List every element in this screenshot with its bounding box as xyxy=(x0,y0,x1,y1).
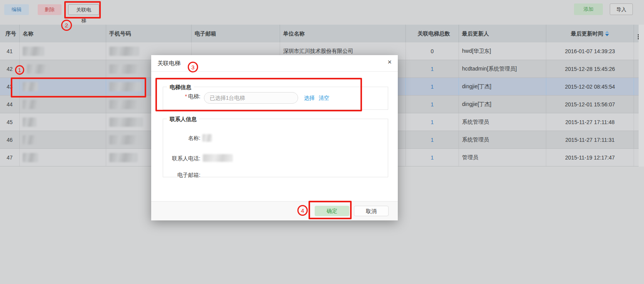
header-email: 电子邮箱 xyxy=(192,25,280,42)
contacts-page: 编辑 删除 关联电梯 添加 导入 序号 名称 手机号码 电子邮箱 单位名称 关联… xyxy=(0,0,644,284)
row-index-cell: 43 xyxy=(0,78,20,95)
elevator-count-link[interactable]: 1 xyxy=(406,78,459,95)
updater-cell: dingjie[丁杰] xyxy=(459,78,546,95)
redacted-contact-phone-blur xyxy=(203,154,233,162)
elevator-info-legend: 电梯信息 xyxy=(167,83,194,91)
elevator-count-link[interactable]: 1 xyxy=(406,131,459,148)
dialog-footer: 确定 取消 xyxy=(151,201,398,220)
elevator-count-link[interactable]: 1 xyxy=(406,96,459,113)
name-cell xyxy=(20,113,106,131)
update-time-cell: 2015-11-27 17:11:31 xyxy=(546,131,634,148)
contact-info-group: 联系人信息 xyxy=(163,119,388,177)
updater-cell: dingjie[丁杰] xyxy=(459,96,546,113)
updater-cell: hcdtadmin[系统管理员] xyxy=(459,60,546,77)
updater-cell: hwd[华卫东] xyxy=(459,42,546,60)
row-index-cell: 47 xyxy=(0,149,20,166)
name-cell xyxy=(20,42,106,60)
redacted-phone-blur xyxy=(109,153,138,162)
update-time-cell: 2015-11-27 17:11:48 xyxy=(546,113,634,131)
header-elevator-count: 关联电梯总数 xyxy=(406,25,459,42)
redacted-contact-name-blur xyxy=(202,134,212,142)
redacted-phone-blur xyxy=(109,64,144,74)
elevator-count-link[interactable]: 1 xyxy=(406,149,459,166)
redacted-name-blur xyxy=(23,100,40,109)
contact-email-label: 电子邮箱: xyxy=(135,171,200,179)
redacted-name-blur xyxy=(23,118,37,127)
redacted-phone-blur xyxy=(109,82,142,91)
cancel-button[interactable]: 取消 xyxy=(354,206,389,216)
elevator-count-link[interactable]: 1 xyxy=(406,113,459,131)
elevator-count-link[interactable]: 1 xyxy=(406,60,459,77)
update-time-cell: 2015-12-01 15:56:07 xyxy=(546,96,634,113)
name-cell xyxy=(20,60,106,77)
header-update-time-sort[interactable]: 最后更新时间 xyxy=(546,25,634,42)
updater-cell: 管理员 xyxy=(459,149,546,166)
redacted-name-blur xyxy=(23,47,44,56)
elevator-count-link[interactable]: 0 xyxy=(406,42,459,60)
header-update-time-label: 最后更新时间 xyxy=(571,25,603,42)
name-cell xyxy=(20,96,106,113)
associate-elevator-button[interactable]: 关联电梯 xyxy=(68,4,99,15)
table-header: 序号 名称 手机号码 电子邮箱 单位名称 关联电梯总数 最后更新人 最后更新时间 xyxy=(0,25,644,42)
vertical-scrollbar[interactable] xyxy=(639,25,644,166)
sort-arrows-icon[interactable] xyxy=(605,31,609,36)
update-time-cell: 2015-11-19 12:17:47 xyxy=(546,149,634,166)
redacted-name-blur xyxy=(23,135,37,145)
delete-button[interactable]: 删除 xyxy=(38,4,62,15)
redacted-name-blur xyxy=(23,82,38,91)
update-time-cell: 2016-01-07 14:39:23 xyxy=(546,42,634,60)
header-no: 序号 xyxy=(0,25,20,42)
row-index-cell: 42 xyxy=(0,60,20,77)
update-time-cell: 2015-12-02 08:45:54 xyxy=(546,78,634,95)
contact-phone-label: 联系人电话: xyxy=(135,155,200,162)
ok-button[interactable]: 确定 xyxy=(315,206,349,216)
close-icon[interactable]: × xyxy=(387,59,392,66)
updater-cell: 系统管理员 xyxy=(459,131,546,148)
name-cell xyxy=(20,78,106,95)
row-index-cell: 45 xyxy=(0,113,20,131)
associate-elevator-dialog: 关联电梯 × 电梯信息 *电梯: 已选择1台电梯 选择 清空 联系人信息 名称:… xyxy=(151,55,398,220)
redacted-name-blur xyxy=(23,153,38,162)
updater-cell: 系统管理员 xyxy=(459,113,546,131)
row-index-cell: 46 xyxy=(0,131,20,148)
header-name: 名称 xyxy=(20,25,106,42)
contact-name-label: 名称: xyxy=(135,134,200,142)
redacted-name-blur xyxy=(27,64,49,74)
elevator-selection-input[interactable]: 已选择1台电梯 xyxy=(204,92,298,104)
header-phone: 手机号码 xyxy=(106,25,192,42)
header-updater: 最后更新人 xyxy=(459,25,546,42)
row-index-cell: 41 xyxy=(0,42,20,60)
contact-info-legend: 联系人信息 xyxy=(167,115,199,123)
edit-button[interactable]: 编辑 xyxy=(4,4,29,15)
clear-elevator-link[interactable]: 清空 xyxy=(319,92,329,104)
name-cell xyxy=(20,149,106,166)
import-button[interactable]: 导入 xyxy=(610,3,633,15)
select-elevator-link[interactable]: 选择 xyxy=(304,92,315,104)
required-asterisk: * xyxy=(185,93,187,99)
header-company: 单位名称 xyxy=(280,25,406,42)
add-button[interactable]: 添加 xyxy=(574,3,603,15)
row-index-cell: 44 xyxy=(0,96,20,113)
name-cell xyxy=(20,131,106,148)
dialog-title-bar: 关联电梯 × xyxy=(151,55,398,72)
dialog-title: 关联电梯 xyxy=(157,60,180,67)
redacted-phone-blur xyxy=(109,100,143,109)
update-time-cell: 2015-12-28 15:45:26 xyxy=(546,60,634,77)
redacted-phone-blur xyxy=(109,47,139,56)
redacted-phone-blur xyxy=(109,118,143,127)
elevator-field-label: *电梯: xyxy=(154,91,200,102)
